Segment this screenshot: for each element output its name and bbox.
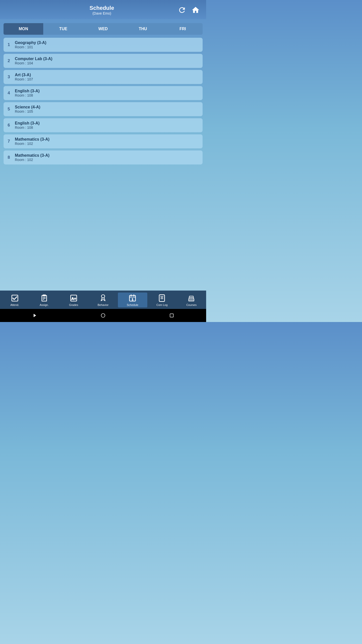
schedule-num: 1	[6, 42, 11, 47]
page-subtitle: (Dave Emo)	[27, 11, 176, 15]
svg-rect-21	[170, 314, 173, 317]
home-icon	[191, 6, 200, 14]
page-title: Schedule	[27, 5, 176, 11]
refresh-icon	[178, 6, 186, 14]
schedule-num: 4	[6, 91, 11, 96]
schedule-item-4[interactable]: 4 English (3-A) Room : 108	[4, 86, 203, 100]
schedule-class: English (3-A)	[15, 121, 40, 126]
refresh-button[interactable]	[176, 5, 188, 16]
android-bar	[0, 309, 206, 322]
tab-tue[interactable]: TUE	[43, 23, 83, 35]
home-button[interactable]	[190, 5, 201, 16]
schedule-num: 2	[6, 58, 11, 63]
schedule-info: Computer Lab (3-A) Room : 104	[15, 57, 52, 65]
schedule-class: Mathematics (3-A)	[15, 153, 50, 158]
nav-courses-label: Courses	[186, 303, 197, 306]
nav-behavior[interactable]: Behavior	[88, 293, 118, 307]
bottom-nav: Attend. Assign. A+ Grades	[0, 291, 206, 309]
behavior-icon	[99, 294, 108, 303]
nav-comlog[interactable]: Com Log	[147, 293, 177, 307]
svg-point-20	[101, 314, 105, 317]
schedule-room: Room : 101	[15, 45, 46, 49]
schedule-room: Room : 107	[15, 77, 33, 81]
nav-behavior-label: Behavior	[98, 303, 108, 306]
schedule-info: English (3-A) Room : 108	[15, 121, 40, 130]
tab-fri[interactable]: FRI	[163, 23, 203, 35]
svg-marker-19	[33, 314, 36, 317]
schedule-info: Art (3-A) Room : 107	[15, 73, 33, 81]
home-button-android[interactable]	[99, 311, 108, 320]
schedule-info: English (3-A) Room : 108	[15, 89, 40, 97]
attend-icon	[10, 294, 19, 303]
day-tabs: MON TUE WED THU FRI	[4, 23, 203, 35]
schedule-class: Geography (3-A)	[15, 41, 46, 45]
header: Schedule (Dave Emo)	[0, 0, 206, 19]
schedule-item-8[interactable]: 8 Mathematics (3-A) Room : 102	[4, 150, 203, 165]
grades-icon: A+	[69, 294, 78, 303]
nav-grades-label: Grades	[69, 303, 78, 306]
schedule-item-2[interactable]: 2 Computer Lab (3-A) Room : 104	[4, 54, 203, 68]
header-title-group: Schedule (Dave Emo)	[27, 5, 176, 15]
tab-wed[interactable]: WED	[83, 23, 123, 35]
header-icons	[176, 5, 201, 16]
schedule-room: Room : 104	[15, 61, 52, 65]
nav-attend[interactable]: Attend.	[0, 293, 29, 307]
schedule-class: Science (4-A)	[15, 105, 40, 109]
schedule-room: Room : 108	[15, 126, 40, 130]
schedule-info: Mathematics (3-A) Room : 102	[15, 137, 50, 146]
back-button[interactable]	[30, 311, 39, 320]
schedule-room: Room : 102	[15, 158, 50, 162]
schedule-item-3[interactable]: 3 Art (3-A) Room : 107	[4, 70, 203, 84]
assign-icon	[40, 294, 49, 303]
schedule-class: Art (3-A)	[15, 73, 33, 77]
schedule-item-5[interactable]: 5 Science (4-A) Room : 105	[4, 102, 203, 116]
schedule-num: 3	[6, 74, 11, 79]
schedule-room: Room : 108	[15, 93, 40, 97]
nav-assign-label: Assign.	[40, 303, 49, 306]
schedule-class: Computer Lab (3-A)	[15, 57, 52, 61]
schedule-info: Science (4-A) Room : 105	[15, 105, 40, 113]
schedule-room: Room : 105	[15, 109, 40, 113]
nav-schedule[interactable]: 1 Schedule	[118, 293, 147, 307]
svg-rect-18	[189, 300, 194, 301]
recents-button[interactable]	[167, 311, 176, 320]
schedule-item-7[interactable]: 7 Mathematics (3-A) Room : 102	[4, 134, 203, 148]
nav-grades[interactable]: A+ Grades	[59, 293, 88, 307]
nav-attend-label: Attend.	[10, 303, 19, 306]
schedule-class: English (3-A)	[15, 89, 40, 93]
schedule-num: 6	[6, 123, 11, 128]
schedule-icon: 1	[128, 294, 137, 303]
comlog-icon	[157, 294, 166, 303]
schedule-num: 8	[6, 155, 11, 160]
schedule-info: Mathematics (3-A) Room : 102	[15, 153, 50, 162]
tab-thu[interactable]: THU	[123, 23, 163, 35]
schedule-num: 5	[6, 107, 11, 112]
schedule-class: Mathematics (3-A)	[15, 137, 50, 142]
nav-assign[interactable]: Assign.	[29, 293, 59, 307]
nav-schedule-label: Schedule	[127, 303, 138, 306]
schedule-room: Room : 102	[15, 142, 50, 146]
svg-text:A+: A+	[71, 297, 76, 301]
courses-icon	[187, 294, 196, 303]
schedule-item-1[interactable]: 1 Geography (3-A) Room : 101	[4, 38, 203, 52]
schedule-info: Geography (3-A) Room : 101	[15, 41, 46, 49]
schedule-item-6[interactable]: 6 English (3-A) Room : 108	[4, 118, 203, 132]
nav-courses[interactable]: Courses	[177, 293, 206, 307]
svg-rect-17	[189, 296, 193, 297]
nav-comlog-label: Com Log	[156, 303, 168, 306]
tab-mon[interactable]: MON	[4, 23, 43, 35]
schedule-list: 1 Geography (3-A) Room : 101 2 Computer …	[0, 38, 206, 291]
svg-text:1: 1	[132, 298, 133, 301]
schedule-num: 7	[6, 139, 11, 144]
